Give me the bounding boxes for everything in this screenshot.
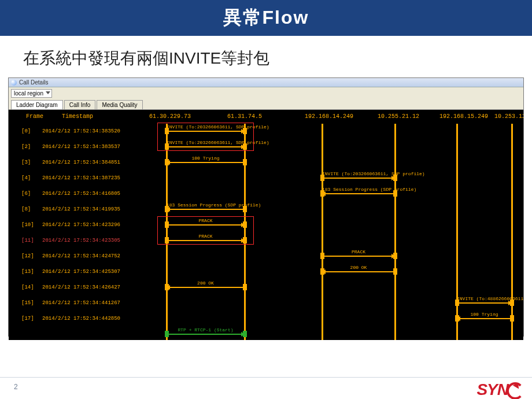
message-label: 100 Trying — [457, 312, 512, 317]
message-arrow — [322, 193, 395, 194]
window-title: Call Details — [19, 79, 49, 86]
message-arrow — [322, 271, 395, 272]
tab-ladder-diagram[interactable]: Ladder Diagram — [11, 100, 63, 109]
host-header: 192.168.14.249 — [305, 113, 353, 120]
region-combo[interactable]: local region — [11, 89, 52, 98]
frame-row: [2]2014/2/12 17:52:34:383537 — [21, 144, 136, 150]
lifeline — [394, 124, 396, 340]
sync-logo: SYN — [476, 380, 524, 399]
message-label: PRACK — [322, 249, 395, 254]
frame-row: [14]2014/2/12 17:52:34:426427 — [21, 285, 136, 290]
frame-row: [4]2014/2/12 17:52:34:387235 — [21, 175, 136, 181]
message-arrow — [167, 162, 245, 163]
host-header: 10.253.12.17 — [494, 113, 523, 120]
frame-row: [6]2014/2/12 17:52:34:416805 — [21, 191, 136, 197]
frame-row: [17]2014/2/12 17:52:34:442850 — [21, 316, 136, 322]
frame-row: [10]2014/2/12 17:52:34:423296 — [21, 222, 136, 228]
frame-row: [0]2014/2/12 17:52:34:383520 — [21, 128, 136, 134]
frame-row: [3]2014/2/12 17:52:34:384851 — [21, 160, 136, 165]
message-label: 183 Session Progress (SDP profile) — [322, 187, 395, 192]
message-arrow — [167, 287, 245, 288]
lifeline — [456, 124, 458, 340]
slide-footer: 2 SYN — [0, 365, 532, 399]
message-label: 100 Trying — [167, 156, 245, 161]
subheading: 在系統中發現有兩個INVITE等封包 — [0, 36, 532, 77]
message-label: INVITE (To:203266063611, SDP profile) — [322, 171, 395, 176]
message-arrow — [167, 209, 245, 210]
message-arrow — [322, 178, 395, 179]
col-header-timestamp: Timestamp — [62, 113, 93, 120]
message-label: 200 OK — [322, 265, 395, 270]
frame-row: [13]2014/2/12 17:52:34:425307 — [21, 269, 136, 275]
message-arrow — [457, 318, 512, 319]
highlight-box — [157, 216, 254, 245]
highlight-box — [157, 123, 254, 151]
slide-title: 異常Flow — [223, 5, 309, 31]
tab-bar: Ladder DiagramCall InfoMedia Quality — [9, 98, 523, 110]
frame-row: [15]2014/2/12 17:52:34:441267 — [21, 300, 136, 306]
col-header-frame: Frame — [26, 113, 43, 120]
screenshot-window: Call Details local region Ladder Diagram… — [8, 77, 524, 337]
frame-row: [11]2014/2/12 17:52:34:423305 — [21, 238, 136, 243]
tab-call-info[interactable]: Call Info — [64, 100, 96, 109]
page-number: 2 — [14, 383, 18, 391]
lifeline — [511, 124, 513, 340]
message-arrow — [322, 256, 395, 257]
message-arrow — [167, 334, 245, 335]
logo-text: SYN — [476, 380, 508, 399]
frame-row: [8]2014/2/12 17:52:34:419935 — [21, 206, 136, 212]
host-header: 61.31.74.5 — [227, 113, 262, 120]
host-header: 10.255.21.12 — [378, 113, 419, 120]
message-label: 200 OK — [167, 280, 245, 286]
ladder-diagram: Frame Timestamp 61.30.229.7361.31.74.519… — [9, 110, 523, 340]
host-header: 61.30.229.73 — [149, 113, 191, 120]
lifeline — [322, 124, 323, 340]
message-label: RTP + RTCP-1 (Start) — [167, 327, 245, 332]
logo-arc-icon — [507, 382, 524, 399]
frame-row: [12]2014/2/12 17:52:34:424752 — [21, 253, 136, 259]
title-bar: 異常Flow — [0, 0, 532, 36]
message-arrow — [457, 302, 512, 304]
app-icon — [11, 80, 17, 86]
message-label: INVITE (To:4886266063611, SDP pr ofile) — [457, 296, 512, 301]
window-titlebar: Call Details — [9, 78, 523, 87]
message-label: 183 Session Progress (SDP profile) — [167, 202, 245, 208]
tab-media-quality[interactable]: Media Quality — [97, 100, 142, 109]
host-header: 192.168.15.249 — [439, 113, 488, 120]
